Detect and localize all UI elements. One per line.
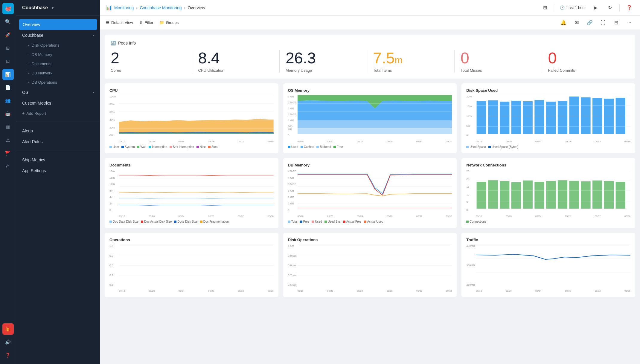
chart-traffic-area: 450MB350MB250MB 09/ <box>466 244 630 292</box>
filter-btn[interactable]: ⧛ Filter <box>139 20 153 25</box>
legend-used-sys: Used Sys <box>324 220 341 223</box>
help-btn[interactable]: ❓ <box>624 3 634 13</box>
robot-icon[interactable]: 🤖 <box>2 108 14 120</box>
breadcrumb-couchbase-monitoring[interactable]: Couchbase Monitoring <box>140 5 182 10</box>
gift-icon[interactable]: 🎁 <box>2 323 14 335</box>
add-report-label: Add Report <box>26 111 46 116</box>
clock-icon[interactable]: ⏱ <box>2 161 14 172</box>
grid-view-btn[interactable]: ⊞ <box>540 3 550 13</box>
time-selector[interactable]: 🕐 Last 1 hour <box>560 5 586 10</box>
legend-doc-data: Doc Data Disk Size <box>109 220 138 223</box>
disk-chart-inner <box>476 95 630 137</box>
link-btn[interactable]: 🔗 <box>585 18 595 27</box>
cores-label: Cores <box>111 68 186 73</box>
dashboard-content: 🔄 Pods Info 2 Cores 8.4 CPU Utilization … <box>100 30 640 364</box>
svg-rect-21 <box>523 101 533 134</box>
help-icon[interactable]: ❓ <box>2 350 14 361</box>
default-view-btn[interactable]: ☰ Default View <box>106 20 133 25</box>
svg-rect-53 <box>581 181 591 209</box>
brand-arrow[interactable]: ▾ <box>51 5 54 10</box>
alerts-label: Alerts <box>22 129 33 133</box>
sidebar-item-disk-operations[interactable]: Disk Operations <box>16 41 100 50</box>
misses-label: Total Misses <box>461 68 536 73</box>
ops-svg <box>119 244 274 286</box>
svg-rect-25 <box>569 97 579 134</box>
net-chart-inner <box>476 170 630 212</box>
legend-used: Used <box>288 145 298 149</box>
split-btn[interactable]: ⊟ <box>611 18 621 27</box>
svg-rect-45 <box>488 180 498 209</box>
toolbar-right: 🔔 ✉ 🔗 ⛶ ⊟ ··· <box>559 18 634 27</box>
sidebar-item-documents[interactable]: Documents <box>16 59 100 68</box>
breadcrumb-monitoring[interactable]: Monitoring <box>114 5 134 10</box>
sep1: › <box>136 6 137 10</box>
topbar-actions: ⊞ 🕐 Last 1 hour ▶ ↻ ❓ <box>540 3 634 13</box>
sidebar-item-couchbase[interactable]: Couchbase › <box>16 30 100 41</box>
mail-btn[interactable]: ✉ <box>572 18 581 27</box>
fullscreen-btn[interactable]: ⛶ <box>598 18 608 27</box>
sidebar-item-db-operations[interactable]: DB Operations <box>16 78 100 87</box>
svg-rect-52 <box>569 181 579 209</box>
svg-rect-26 <box>581 97 591 134</box>
charts-grid: CPU 120%80%60%40%20%0% <box>105 83 635 297</box>
rocket-icon[interactable]: 🚀 <box>2 29 14 41</box>
groups-btn[interactable]: 📁 Groups <box>159 20 179 25</box>
sidebar-item-alert-rules[interactable]: Alert Rules <box>16 136 100 147</box>
chart-network-title: Network Connections <box>466 163 630 167</box>
alert-icon[interactable]: ⚠ <box>2 134 14 146</box>
legend-interruption: Interruption <box>149 145 167 149</box>
sidebar-item-db-memory[interactable]: DB Memory <box>16 50 100 59</box>
chart-docs-title: Documents <box>109 163 274 167</box>
chart-diskops-title: Disk Operations <box>288 238 452 242</box>
chart-docs-area: 18m16m12m8m4m2m0 <box>109 170 274 218</box>
traffic-svg <box>476 244 630 286</box>
pods-metric-misses: 0 Total Misses <box>455 50 542 73</box>
chart-disk-space: Disk Space Used 20%15%10%5%0 <box>461 83 635 153</box>
diskops-y-labels: 1 sec0.9 sec0.8 sec0.7 sec0.6 sec <box>288 244 297 286</box>
breadcrumb-current: Overview <box>188 5 205 10</box>
flag-icon[interactable]: 🚩 <box>2 148 14 159</box>
bell-btn[interactable]: 🔔 <box>559 18 568 27</box>
grid2-icon[interactable]: ▦ <box>2 121 14 133</box>
play-btn[interactable]: ▶ <box>591 3 600 13</box>
more-btn[interactable]: ··· <box>624 18 634 27</box>
chart-diskops-area: 1 sec0.9 sec0.8 sec0.7 sec0.6 sec 09 <box>288 244 452 292</box>
sidebar-item-app-settings[interactable]: App Settings <box>16 165 100 176</box>
chart-icon[interactable]: 📊 <box>2 69 14 80</box>
sidebar-item-ship-metrics[interactable]: Ship Metrics <box>16 155 100 165</box>
svg-rect-19 <box>500 102 509 134</box>
hamburger-icon: ☰ <box>106 20 109 25</box>
svg-marker-0 <box>119 119 274 134</box>
legend-cached: Cached <box>301 145 314 149</box>
refresh-btn[interactable]: ↻ <box>605 3 615 13</box>
chart-ops-title: Operations <box>109 238 274 242</box>
svg-rect-47 <box>511 182 521 209</box>
sidebar-item-alerts[interactable]: Alerts <box>16 126 100 136</box>
chart-network-area: 2520151050 <box>466 170 630 218</box>
svg-rect-46 <box>500 181 509 209</box>
dbmem-y-labels: 4.5 GB4 GB3.5 GB3 GB2 GB1 GB0 <box>288 170 297 212</box>
sidebar-item-db-network[interactable]: DB Network <box>16 68 100 78</box>
commits-value: 0 <box>548 50 624 66</box>
legend-actual-used: Actual Used <box>364 220 383 223</box>
speaker-icon[interactable]: 🔊 <box>2 337 14 348</box>
chart-cpu: CPU 120%80%60%40%20%0% <box>105 83 278 153</box>
file-icon[interactable]: 📄 <box>2 82 14 93</box>
layers-icon[interactable]: ⊞ <box>2 42 14 54</box>
boxes-icon[interactable]: ⊡ <box>2 56 14 67</box>
cores-value: 2 <box>111 50 186 66</box>
legend-used-space: Used Space <box>466 145 486 149</box>
chart-documents: Documents 18m16m12m8m4m2m0 <box>105 158 278 228</box>
clock-icon2: 🕐 <box>560 5 565 10</box>
sidebar-item-overview[interactable]: Overview <box>19 19 97 30</box>
search-icon[interactable]: 🔍 <box>2 16 14 27</box>
sidebar-item-custom-metrics[interactable]: Custom Metrics <box>16 98 100 108</box>
disk-x-labels: 09/1609/2009/2409/2809/3209/36 <box>476 140 630 143</box>
chart-cpu-area: 120%80%60%40%20%0% <box>109 95 274 143</box>
chart-traffic-title: Traffic <box>466 238 630 242</box>
sidebar-item-os[interactable]: OS › <box>16 87 100 98</box>
docs-svg <box>119 170 274 212</box>
sidebar-item-add-report[interactable]: + Add Report <box>16 108 100 118</box>
svg-rect-55 <box>604 181 614 209</box>
people-icon[interactable]: 👥 <box>2 95 14 106</box>
